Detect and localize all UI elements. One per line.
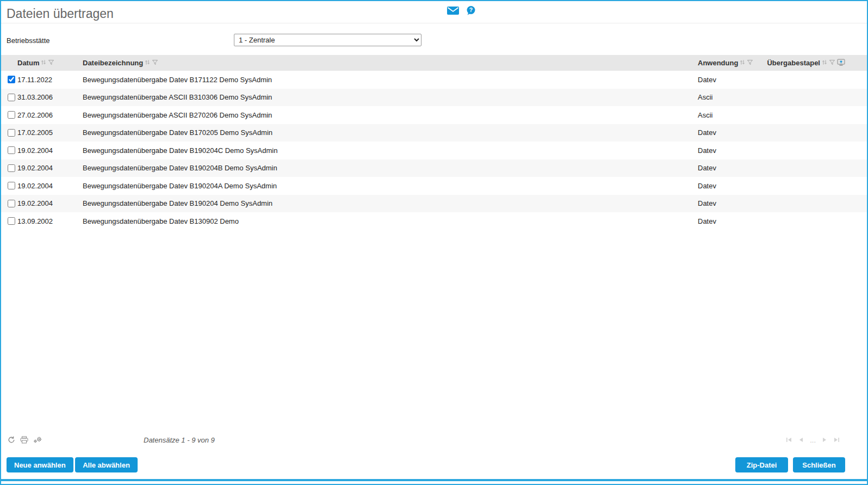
first-page-icon[interactable] (786, 437, 792, 443)
cell-dateibezeichnung: Bewegungsdatenübergabe ASCII B270206 Dem… (83, 111, 698, 119)
row-checkbox[interactable] (8, 146, 15, 154)
deselect-all-button[interactable]: Alle abwählen (75, 457, 138, 472)
cell-anwendung: Ascii (698, 93, 772, 101)
column-header-anwendung-label: Anwendung (698, 59, 738, 67)
column-header-datum[interactable]: Datum (17, 55, 83, 71)
print-icon[interactable] (20, 436, 28, 444)
row-checkbox[interactable] (8, 94, 15, 101)
cell-anwendung: Datev (698, 76, 772, 84)
column-header-anwendung[interactable]: Anwendung (698, 55, 772, 71)
filter-icon[interactable] (152, 59, 158, 67)
select-new-button[interactable]: Neue anwählen (7, 457, 73, 472)
title-divider (1, 23, 867, 23)
cell-datum: 17.02.2005 (17, 128, 83, 137)
previous-page-icon[interactable] (798, 437, 803, 443)
row-checkbox[interactable] (8, 164, 15, 172)
cell-datum: 19.02.2004 (17, 182, 83, 190)
table-row[interactable]: 19.02.2004 Bewegungsdatenübergabe Datev … (1, 142, 867, 159)
cell-datum: 13.09.2002 (17, 217, 83, 225)
cell-dateibezeichnung: Bewegungsdatenübergabe Datev B170205 Dem… (83, 128, 698, 137)
cell-anwendung: Datev (698, 128, 772, 137)
filter-icon[interactable] (48, 59, 54, 67)
sort-icon[interactable] (740, 59, 745, 67)
row-checkbox[interactable] (8, 217, 15, 225)
paginator: ... (786, 436, 840, 444)
cell-dateibezeichnung: Bewegungsdatenübergabe Datev B190204B De… (83, 164, 698, 172)
page-ellipsis: ... (810, 436, 816, 444)
column-header-uebergabestapel[interactable]: Übergabestapel (772, 55, 845, 71)
sort-icon[interactable] (145, 59, 150, 67)
cell-dateibezeichnung: Bewegungsdatenübergabe ASCII B310306 Dem… (83, 93, 698, 101)
sort-icon[interactable] (822, 59, 827, 67)
table-row[interactable]: 19.02.2004 Bewegungsdatenübergabe Datev … (1, 195, 867, 213)
column-header-dateibezeichnung[interactable]: Dateibezeichnung (83, 55, 698, 71)
table-footer: Datensätze 1 - 9 von 9 ... (1, 433, 867, 446)
refresh-icon[interactable] (8, 436, 15, 444)
cell-anwendung: Datev (698, 164, 772, 172)
filter-icon[interactable] (747, 59, 753, 67)
table-body: 17.11.2022 Bewegungsdatenübergabe Datev … (1, 71, 867, 230)
column-header-uebergabestapel-label: Übergabestapel (767, 59, 820, 67)
mail-icon[interactable] (447, 7, 459, 15)
footer-tool-icons (8, 436, 42, 444)
row-checkbox[interactable] (8, 200, 15, 207)
page-title: Dateien übertragen (7, 7, 114, 21)
betriebsstaette-select[interactable]: 1 - Zentrale (234, 34, 421, 46)
table-row[interactable]: 19.02.2004 Bewegungsdatenübergabe Datev … (1, 177, 867, 195)
filter-icon[interactable] (829, 59, 835, 67)
dialog-dateien-uebertragen: Dateien übertragen ? Betriebsstätte 1 - … (0, 0, 868, 485)
table-row[interactable]: 13.09.2002 Bewegungsdatenübergabe Datev … (1, 212, 867, 230)
column-settings-icon[interactable] (837, 59, 845, 67)
row-checkbox[interactable] (8, 76, 15, 83)
row-checkbox[interactable] (8, 129, 15, 137)
zip-file-button[interactable]: Zip-Datei (735, 457, 788, 472)
close-button[interactable]: Schließen (793, 457, 845, 472)
table-row[interactable]: 17.02.2005 Bewegungsdatenübergabe Datev … (1, 124, 867, 142)
records-count-label: Datensätze 1 - 9 von 9 (144, 436, 215, 444)
column-header-dateibezeichnung-label: Dateibezeichnung (83, 59, 143, 67)
cell-anwendung: Datev (698, 182, 772, 190)
table-row[interactable]: 17.11.2022 Bewegungsdatenübergabe Datev … (1, 71, 867, 89)
svg-text:?: ? (469, 7, 473, 13)
last-page-icon[interactable] (834, 437, 840, 443)
row-checkbox[interactable] (8, 111, 15, 119)
sort-icon[interactable] (41, 59, 46, 67)
action-buttons: Neue anwählen Alle abwählen Zip-Datei Sc… (1, 457, 867, 472)
table-header: Datum Dateibezeichnung Anwendung Übergab… (1, 55, 867, 71)
help-icon[interactable]: ? (466, 5, 476, 15)
row-checkbox[interactable] (8, 182, 15, 189)
cell-dateibezeichnung: Bewegungsdatenübergabe Datev B190204A De… (83, 182, 698, 190)
cell-datum: 19.02.2004 (17, 164, 83, 172)
header-action-icons: ? (447, 5, 476, 15)
cell-dateibezeichnung: Bewegungsdatenübergabe Datev B171122 Dem… (83, 76, 698, 84)
cell-datum: 19.02.2004 (17, 199, 83, 207)
cell-dateibezeichnung: Bewegungsdatenübergabe Datev B130902 Dem… (83, 217, 698, 225)
cell-datum: 31.03.2006 (17, 93, 83, 101)
column-header-datum-label: Datum (17, 59, 39, 67)
cell-datum: 19.02.2004 (17, 146, 83, 155)
cell-datum: 17.11.2022 (17, 76, 83, 84)
table-row[interactable]: 31.03.2006 Bewegungsdatenübergabe ASCII … (1, 89, 867, 107)
betriebsstaette-label: Betriebsstätte (7, 36, 50, 45)
cell-datum: 27.02.2006 (17, 111, 83, 119)
settings-gears-icon[interactable] (33, 436, 42, 444)
cell-dateibezeichnung: Bewegungsdatenübergabe Datev B190204 Dem… (83, 199, 698, 207)
cell-anwendung: Datev (698, 199, 772, 207)
cell-anwendung: Ascii (698, 111, 772, 119)
cell-anwendung: Datev (698, 146, 772, 155)
cell-anwendung: Datev (698, 217, 772, 225)
cell-dateibezeichnung: Bewegungsdatenübergabe Datev B190204C De… (83, 146, 698, 155)
bottom-divider (1, 479, 867, 481)
next-page-icon[interactable] (822, 437, 827, 443)
table-row[interactable]: 19.02.2004 Bewegungsdatenübergabe Datev … (1, 159, 867, 177)
table-row[interactable]: 27.02.2006 Bewegungsdatenübergabe ASCII … (1, 106, 867, 124)
